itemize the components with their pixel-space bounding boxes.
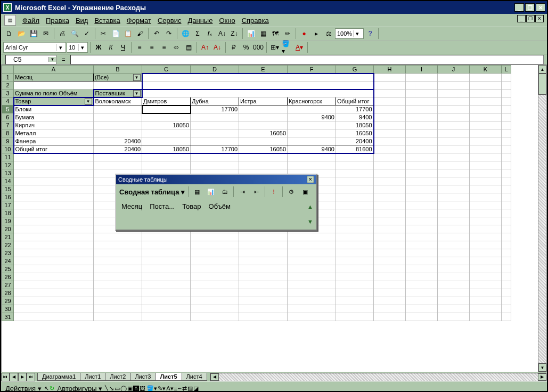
pivot-col-header[interactable]: Дмитров [142, 97, 191, 105]
row-header[interactable]: 11 [2, 153, 14, 161]
pivot-cell[interactable]: 17700 [191, 105, 239, 113]
mdi-minimize[interactable]: _ [517, 15, 526, 22]
decrease-font-icon[interactable]: A↓ [211, 42, 223, 53]
pivot-hide-icon[interactable]: ▣ [300, 186, 310, 197]
wordart-icon[interactable]: 🅰 [133, 386, 139, 392]
dash-style-icon[interactable]: ┅ [178, 385, 182, 392]
pivot-row-label[interactable]: Кирпич [14, 121, 94, 129]
pivot-refresh-icon[interactable]: ! [268, 186, 279, 197]
pivot-cell[interactable] [94, 113, 142, 121]
pivot-cell[interactable] [288, 121, 336, 129]
col-header[interactable]: L [502, 66, 511, 74]
pivot-group-icon[interactable]: ⇥ [237, 186, 248, 197]
pivot-field-button[interactable]: Товар [180, 201, 203, 211]
pivot-page-value[interactable]: (Все)▼ [94, 74, 142, 81]
pivot-cell[interactable]: 16050 [239, 145, 288, 153]
pivot-page-drop[interactable] [142, 74, 374, 81]
row-header[interactable]: 15 [2, 185, 14, 193]
pivot-cell[interactable]: 81600 [336, 145, 374, 153]
scroll-up-arrow[interactable]: ▲ [538, 65, 546, 74]
new-icon[interactable]: 🗋 [3, 28, 15, 39]
scroll-down-arrow[interactable]: ▼ [538, 363, 546, 372]
autosum-icon[interactable]: Σ [192, 28, 203, 39]
row-header[interactable]: 28 [2, 289, 14, 297]
row-header[interactable]: 31 [2, 313, 14, 321]
pivot-cell[interactable] [288, 129, 336, 137]
vertical-scrollbar[interactable]: ▲ ▼ [538, 65, 546, 372]
zoom-combo[interactable]: 100% ▾ [335, 28, 364, 39]
menu-edit[interactable]: Правка [43, 15, 72, 26]
row-header[interactable]: 26 [2, 273, 14, 281]
pivot-grand-total-label[interactable]: Общий итог [14, 145, 94, 153]
italic-icon[interactable]: К [105, 42, 117, 53]
copy-icon[interactable]: 📄 [110, 28, 121, 39]
name-box[interactable]: C5 ▼ [5, 55, 56, 64]
pivot-cell[interactable]: 9400 [336, 113, 374, 121]
row-header[interactable]: 17 [2, 201, 14, 209]
preview-icon[interactable]: 🔍 [69, 28, 80, 39]
row-header[interactable]: 27 [2, 281, 14, 289]
rotate-icon[interactable]: ↻ [50, 385, 54, 392]
pivot-cell[interactable] [239, 121, 288, 129]
chart-icon[interactable]: 📊 [245, 28, 257, 39]
menu-tools[interactable]: Сервис [154, 15, 185, 26]
sheet-tab[interactable]: Лист1 [80, 373, 105, 381]
comma-icon[interactable]: 000 [252, 42, 264, 53]
font-size-combo[interactable]: 10 ▾ [67, 42, 88, 53]
pivot-cell[interactable]: 18050 [142, 145, 191, 153]
menu-help[interactable]: Справка [239, 15, 272, 26]
row-header[interactable]: 18 [2, 209, 14, 217]
line-color-icon[interactable]: ✎▾ [158, 385, 166, 392]
maximize-button[interactable]: ❐ [525, 3, 535, 12]
align-right-icon[interactable]: ≡ [158, 42, 170, 53]
sheet-tab[interactable]: Лист3 [130, 373, 156, 381]
pivot-icon[interactable]: ▦ [257, 28, 269, 39]
col-header[interactable]: F [288, 66, 336, 74]
menu-file[interactable]: Файл [19, 15, 43, 26]
borders-icon[interactable]: ⊞▾ [269, 42, 281, 53]
currency-icon[interactable]: ₽ [228, 42, 240, 53]
3d-icon[interactable]: ◪ [193, 385, 199, 392]
merge-icon[interactable]: ⬄ [170, 42, 182, 53]
pivot-cell[interactable] [239, 137, 288, 145]
col-header[interactable]: I [406, 66, 438, 74]
pivot-field-button[interactable]: Месяц [119, 201, 144, 211]
pivot-row-label[interactable]: Металл [14, 129, 94, 137]
sort-asc-icon[interactable]: A↓ [216, 28, 228, 39]
menu-view[interactable]: Вид [72, 15, 92, 26]
row-header[interactable]: 20 [2, 225, 14, 233]
row-header[interactable]: 2 [2, 81, 14, 89]
row-header[interactable]: 13 [2, 169, 14, 177]
pivot-row-label[interactable]: Бумага [14, 113, 94, 121]
row-header[interactable]: 24 [2, 257, 14, 265]
pivot-show-icon[interactable]: 🗂 [219, 186, 230, 197]
pivot-col-header[interactable]: Истра [239, 97, 288, 105]
sheet-tab[interactable]: Лист5 [155, 373, 182, 381]
pivot-cell[interactable] [94, 129, 142, 137]
pivot-cell[interactable]: 20400 [94, 145, 142, 153]
active-cell[interactable] [142, 105, 191, 113]
arrow-icon[interactable]: ↘ [109, 385, 114, 392]
shadow-icon[interactable]: ▨ [187, 385, 193, 392]
pivot-cell[interactable] [239, 113, 288, 121]
menu-data[interactable]: Данные [184, 15, 216, 26]
col-header[interactable]: D [191, 66, 239, 74]
row-header[interactable]: 3 [2, 89, 14, 97]
pivot-col-header[interactable]: Дубна [191, 97, 239, 105]
scroll-down-icon[interactable]: ▼ [307, 218, 313, 225]
pivot-cell[interactable] [142, 137, 191, 145]
pivot-menu-button[interactable]: Сводная таблица ▾ [119, 188, 185, 196]
pivot-col-header[interactable]: Волоколамск [94, 97, 142, 105]
textbox-icon[interactable]: ▣ [127, 385, 133, 392]
open-icon[interactable]: 📂 [15, 28, 27, 39]
pivot-cell[interactable]: 20400 [94, 137, 142, 145]
scales-icon[interactable]: ⚖ [323, 28, 334, 39]
horizontal-scrollbar[interactable]: ◀ ▶ [210, 373, 547, 381]
pivot-toolbar[interactable]: Сводные таблицы ✕ Сводная таблица ▾ ▦ 📊 … [115, 174, 317, 231]
pivot-wizard-icon[interactable]: ▦ [192, 186, 202, 197]
map-icon[interactable]: 🗺 [269, 28, 281, 39]
undo-icon[interactable]: ↶ [151, 28, 162, 39]
menu-format[interactable]: Формат [124, 15, 154, 26]
pivot-cell[interactable]: 17700 [336, 105, 374, 113]
minimize-button[interactable]: _ [514, 3, 524, 12]
